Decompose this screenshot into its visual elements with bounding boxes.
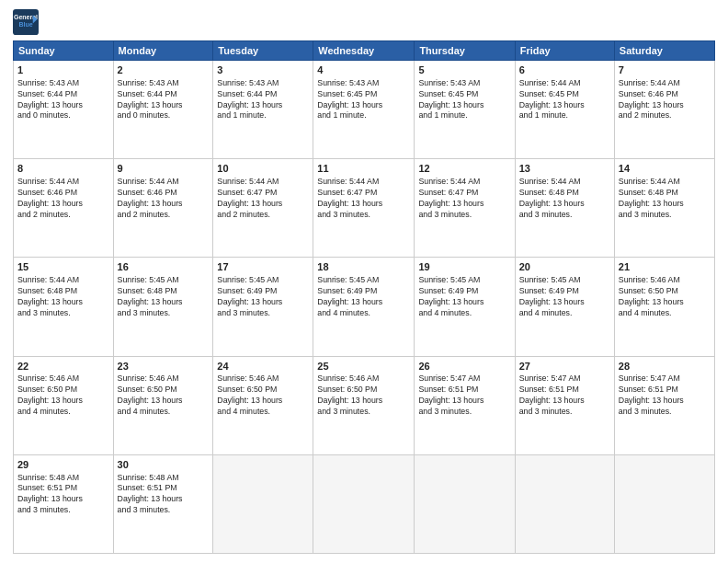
header-cell-wednesday: Wednesday <box>313 41 415 61</box>
day-cell: 8Sunrise: 5:44 AMSunset: 6:46 PMDaylight… <box>14 159 114 258</box>
day-number: 20 <box>519 260 610 274</box>
day-number: 16 <box>118 260 210 274</box>
day-cell: 14Sunrise: 5:44 AMSunset: 6:48 PMDayligh… <box>614 159 714 258</box>
day-info: Sunrise: 5:44 AMSunset: 6:46 PMDaylight:… <box>619 78 711 122</box>
day-info: Sunrise: 5:44 AMSunset: 6:45 PMDaylight:… <box>519 78 610 122</box>
day-cell: 1Sunrise: 5:43 AMSunset: 6:44 PMDaylight… <box>14 61 114 159</box>
header-cell-monday: Monday <box>113 41 213 61</box>
header-cell-thursday: Thursday <box>415 41 515 61</box>
day-info: Sunrise: 5:45 AMSunset: 6:48 PMDaylight:… <box>118 275 210 319</box>
logo-icon: General Blue <box>13 9 39 35</box>
header-cell-friday: Friday <box>515 41 614 61</box>
day-cell: 19Sunrise: 5:45 AMSunset: 6:49 PMDayligh… <box>415 258 515 356</box>
day-cell: 22Sunrise: 5:46 AMSunset: 6:50 PMDayligh… <box>14 356 114 454</box>
day-cell: 15Sunrise: 5:44 AMSunset: 6:48 PMDayligh… <box>14 258 114 356</box>
day-number: 15 <box>17 260 109 274</box>
day-cell: 30Sunrise: 5:48 AMSunset: 6:51 PMDayligh… <box>113 454 213 553</box>
day-info: Sunrise: 5:46 AMSunset: 6:50 PMDaylight:… <box>619 275 711 319</box>
logo: General Blue <box>13 9 42 35</box>
header-cell-tuesday: Tuesday <box>213 41 313 61</box>
day-info: Sunrise: 5:48 AMSunset: 6:51 PMDaylight:… <box>17 473 109 517</box>
day-number: 21 <box>619 260 711 274</box>
day-cell: 25Sunrise: 5:46 AMSunset: 6:50 PMDayligh… <box>313 356 415 454</box>
day-cell: 3Sunrise: 5:43 AMSunset: 6:44 PMDaylight… <box>213 61 313 159</box>
week-row-2: 8Sunrise: 5:44 AMSunset: 6:46 PMDaylight… <box>14 159 715 258</box>
day-cell: 17Sunrise: 5:45 AMSunset: 6:49 PMDayligh… <box>213 258 313 356</box>
day-number: 18 <box>317 260 410 274</box>
day-info: Sunrise: 5:43 AMSunset: 6:45 PMDaylight:… <box>418 78 510 122</box>
day-info: Sunrise: 5:43 AMSunset: 6:45 PMDaylight:… <box>317 78 410 122</box>
calendar-table: SundayMondayTuesdayWednesdayThursdayFrid… <box>13 40 715 554</box>
day-cell: 27Sunrise: 5:47 AMSunset: 6:51 PMDayligh… <box>515 356 614 454</box>
day-cell: 4Sunrise: 5:43 AMSunset: 6:45 PMDaylight… <box>313 61 415 159</box>
day-info: Sunrise: 5:44 AMSunset: 6:48 PMDaylight:… <box>619 177 711 221</box>
day-cell: 11Sunrise: 5:44 AMSunset: 6:47 PMDayligh… <box>313 159 415 258</box>
day-info: Sunrise: 5:47 AMSunset: 6:51 PMDaylight:… <box>619 373 711 418</box>
calendar-header: SundayMondayTuesdayWednesdayThursdayFrid… <box>14 41 715 61</box>
day-cell: 9Sunrise: 5:44 AMSunset: 6:46 PMDaylight… <box>113 159 213 258</box>
svg-text:Blue: Blue <box>18 21 32 28</box>
day-cell: 2Sunrise: 5:43 AMSunset: 6:44 PMDaylight… <box>113 61 213 159</box>
day-cell <box>313 454 415 553</box>
day-cell: 20Sunrise: 5:45 AMSunset: 6:49 PMDayligh… <box>515 258 614 356</box>
header-cell-saturday: Saturday <box>614 41 714 61</box>
calendar-body: 1Sunrise: 5:43 AMSunset: 6:44 PMDaylight… <box>14 61 715 554</box>
week-row-4: 22Sunrise: 5:46 AMSunset: 6:50 PMDayligh… <box>14 356 715 454</box>
day-number: 14 <box>619 162 711 176</box>
header-cell-sunday: Sunday <box>14 41 114 61</box>
day-number: 28 <box>619 360 711 373</box>
day-info: Sunrise: 5:44 AMSunset: 6:47 PMDaylight:… <box>418 177 510 221</box>
day-cell: 10Sunrise: 5:44 AMSunset: 6:47 PMDayligh… <box>213 159 313 258</box>
day-number: 30 <box>118 458 210 472</box>
day-cell: 7Sunrise: 5:44 AMSunset: 6:46 PMDaylight… <box>614 61 714 159</box>
day-info: Sunrise: 5:43 AMSunset: 6:44 PMDaylight:… <box>118 78 210 122</box>
day-number: 9 <box>118 162 210 176</box>
day-info: Sunrise: 5:44 AMSunset: 6:48 PMDaylight:… <box>17 275 109 319</box>
day-info: Sunrise: 5:44 AMSunset: 6:46 PMDaylight:… <box>17 177 109 221</box>
day-info: Sunrise: 5:45 AMSunset: 6:49 PMDaylight:… <box>317 275 410 319</box>
day-info: Sunrise: 5:48 AMSunset: 6:51 PMDaylight:… <box>118 473 210 517</box>
day-cell <box>515 454 614 553</box>
week-row-3: 15Sunrise: 5:44 AMSunset: 6:48 PMDayligh… <box>14 258 715 356</box>
day-info: Sunrise: 5:46 AMSunset: 6:50 PMDaylight:… <box>317 373 410 418</box>
day-cell: 18Sunrise: 5:45 AMSunset: 6:49 PMDayligh… <box>313 258 415 356</box>
day-info: Sunrise: 5:44 AMSunset: 6:48 PMDaylight:… <box>519 177 610 221</box>
day-number: 12 <box>418 162 510 176</box>
week-row-5: 29Sunrise: 5:48 AMSunset: 6:51 PMDayligh… <box>14 454 715 553</box>
day-info: Sunrise: 5:44 AMSunset: 6:47 PMDaylight:… <box>317 177 410 221</box>
day-number: 24 <box>217 360 309 373</box>
day-cell: 28Sunrise: 5:47 AMSunset: 6:51 PMDayligh… <box>614 356 714 454</box>
day-info: Sunrise: 5:47 AMSunset: 6:51 PMDaylight:… <box>519 373 610 418</box>
day-info: Sunrise: 5:46 AMSunset: 6:50 PMDaylight:… <box>217 373 309 418</box>
day-cell: 6Sunrise: 5:44 AMSunset: 6:45 PMDaylight… <box>515 61 614 159</box>
day-number: 4 <box>317 63 410 77</box>
page: General Blue SundayMondayTuesdayWednesda… <box>0 0 728 563</box>
day-number: 19 <box>418 260 510 274</box>
day-number: 26 <box>418 360 510 373</box>
day-number: 2 <box>118 63 210 77</box>
day-number: 25 <box>317 360 410 373</box>
day-number: 8 <box>17 162 109 176</box>
day-number: 3 <box>217 63 309 77</box>
day-number: 5 <box>418 63 510 77</box>
day-number: 27 <box>519 360 610 373</box>
day-info: Sunrise: 5:43 AMSunset: 6:44 PMDaylight:… <box>217 78 309 122</box>
day-cell: 16Sunrise: 5:45 AMSunset: 6:48 PMDayligh… <box>113 258 213 356</box>
day-number: 6 <box>519 63 610 77</box>
day-cell: 5Sunrise: 5:43 AMSunset: 6:45 PMDaylight… <box>415 61 515 159</box>
day-number: 1 <box>17 63 109 77</box>
day-info: Sunrise: 5:44 AMSunset: 6:46 PMDaylight:… <box>118 177 210 221</box>
day-number: 10 <box>217 162 309 176</box>
day-info: Sunrise: 5:45 AMSunset: 6:49 PMDaylight:… <box>519 275 610 319</box>
day-number: 29 <box>17 458 109 472</box>
day-number: 23 <box>118 360 210 373</box>
day-info: Sunrise: 5:46 AMSunset: 6:50 PMDaylight:… <box>118 373 210 418</box>
day-cell <box>614 454 714 553</box>
day-cell: 12Sunrise: 5:44 AMSunset: 6:47 PMDayligh… <box>415 159 515 258</box>
day-info: Sunrise: 5:46 AMSunset: 6:50 PMDaylight:… <box>17 373 109 418</box>
day-number: 7 <box>619 63 711 77</box>
day-cell <box>213 454 313 553</box>
header-row: SundayMondayTuesdayWednesdayThursdayFrid… <box>14 41 715 61</box>
day-info: Sunrise: 5:45 AMSunset: 6:49 PMDaylight:… <box>418 275 510 319</box>
day-info: Sunrise: 5:45 AMSunset: 6:49 PMDaylight:… <box>217 275 309 319</box>
